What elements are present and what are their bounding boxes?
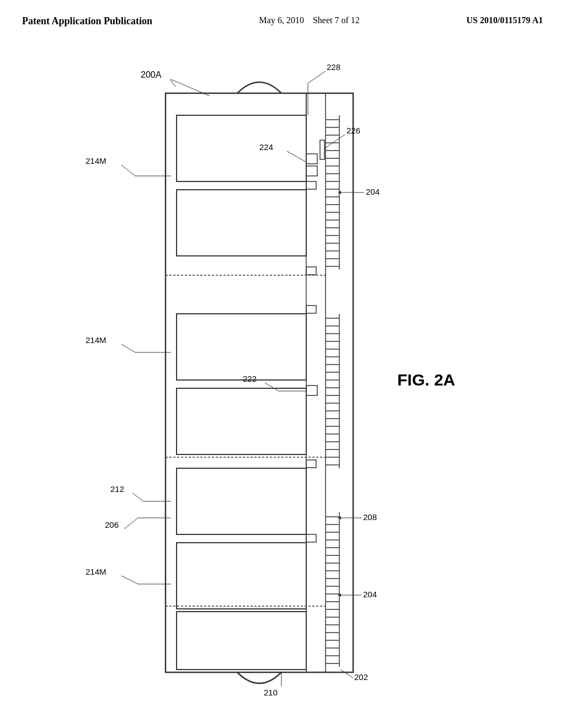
- svg-line-106: [132, 493, 143, 501]
- svg-rect-83: [306, 386, 317, 395]
- svg-rect-73: [177, 314, 306, 380]
- figure-label: FIG. 2A: [397, 371, 455, 389]
- label-226: 226: [347, 126, 360, 135]
- svg-line-104: [265, 383, 279, 391]
- svg-line-94: [308, 71, 326, 83]
- diagram-area: 200A 228 226 224 214M 214M 204 222 212: [0, 38, 565, 716]
- date-sheet: May 6, 2010 Sheet 7 of 12: [259, 15, 360, 25]
- label-214M-bot: 214M: [86, 567, 106, 576]
- serrations-middle: [326, 314, 339, 468]
- label-208: 208: [363, 512, 377, 522]
- label-212: 212: [110, 484, 124, 494]
- svg-rect-71: [177, 115, 306, 181]
- svg-rect-79: [306, 267, 316, 275]
- svg-rect-0: [166, 93, 353, 672]
- serrations-bottom: [326, 512, 339, 667]
- svg-line-110: [121, 576, 138, 584]
- label-204-bot: 204: [363, 590, 377, 599]
- svg-line-108: [124, 518, 138, 529]
- svg-rect-86: [320, 140, 324, 159]
- svg-line-96: [287, 151, 306, 162]
- svg-rect-74: [177, 388, 306, 454]
- patent-diagram: 200A 228 226 224 214M 214M 204 222 212: [0, 38, 565, 716]
- pub-date: May 6, 2010: [259, 15, 304, 25]
- label-200A: 200A: [141, 70, 162, 79]
- svg-rect-81: [306, 460, 316, 468]
- label-224: 224: [259, 142, 273, 152]
- sheet-info: Sheet 7 of 12: [313, 15, 360, 25]
- page-header: Patent Application Publication May 6, 20…: [0, 0, 565, 27]
- svg-line-92: [170, 79, 175, 87]
- label-228: 228: [327, 62, 340, 72]
- svg-rect-80: [306, 306, 316, 313]
- serrations-top: [326, 115, 339, 270]
- svg-rect-76: [177, 543, 306, 609]
- svg-line-116: [340, 670, 353, 678]
- svg-rect-84: [306, 154, 317, 164]
- svg-line-95: [324, 135, 345, 148]
- label-206: 206: [105, 520, 119, 529]
- label-202: 202: [354, 672, 368, 682]
- svg-rect-78: [306, 181, 316, 189]
- label-210: 210: [264, 688, 278, 697]
- publication-title: Patent Application Publication: [22, 15, 152, 27]
- svg-rect-82: [306, 534, 316, 542]
- svg-rect-77: [177, 612, 306, 670]
- svg-rect-85: [306, 166, 317, 176]
- label-214M-top: 214M: [86, 156, 106, 165]
- label-222: 222: [243, 374, 257, 383]
- label-204-top: 204: [366, 187, 380, 196]
- patent-number: US 2010/0115179 A1: [466, 15, 543, 25]
- svg-line-98: [121, 165, 135, 176]
- label-214M-mid: 214M: [86, 335, 106, 345]
- svg-line-100: [121, 344, 135, 352]
- svg-rect-72: [177, 190, 306, 256]
- svg-rect-75: [177, 468, 306, 534]
